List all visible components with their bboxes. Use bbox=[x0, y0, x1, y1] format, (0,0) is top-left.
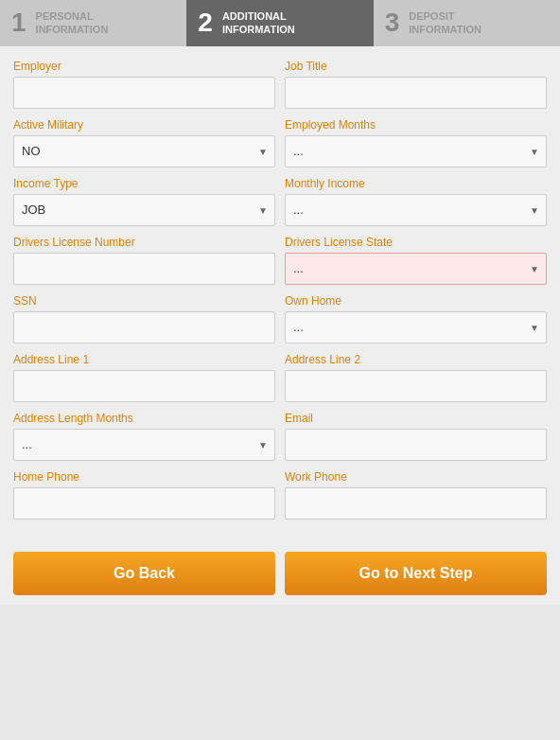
address-line1-input[interactable] bbox=[13, 370, 275, 402]
work-phone-label: Work Phone bbox=[285, 470, 547, 484]
step-2-number: 2 bbox=[198, 9, 213, 36]
group-address-line2: Address Line 2 bbox=[285, 353, 547, 402]
steps-header: 1 PERSONALINFORMATION 2 ADDITIONALINFORM… bbox=[0, 0, 560, 46]
home-phone-label: Home Phone bbox=[13, 470, 275, 484]
license-state-select-wrapper: ... bbox=[285, 253, 547, 285]
row-military-employed: Active Military NO YES Employed Months .… bbox=[13, 118, 547, 167]
group-ssn: SSN bbox=[13, 294, 275, 344]
monthly-income-select-wrapper: ... bbox=[285, 194, 547, 226]
ssn-label: SSN bbox=[13, 294, 275, 308]
work-phone-input[interactable] bbox=[285, 487, 547, 520]
active-military-select-wrapper: NO YES bbox=[13, 135, 275, 167]
row-income-type-monthly: Income Type JOB Monthly Income ... bbox=[13, 177, 547, 226]
address-length-label: Address Length Months bbox=[13, 412, 275, 425]
form-area: Employer Job Title Active Military NO YE… bbox=[0, 46, 560, 542]
employed-months-select[interactable]: ... bbox=[285, 135, 547, 167]
row-license: Drivers License Number Drivers License S… bbox=[13, 236, 547, 285]
group-monthly-income: Monthly Income ... bbox=[285, 177, 547, 226]
address-length-select[interactable]: ... bbox=[13, 429, 275, 461]
ssn-input[interactable] bbox=[13, 311, 275, 344]
group-employed-months: Employed Months ... bbox=[285, 118, 547, 167]
row-phones: Home Phone Work Phone bbox=[13, 470, 547, 520]
step-1-number: 1 bbox=[11, 9, 26, 36]
license-state-select[interactable]: ... bbox=[285, 253, 547, 285]
job-title-label: Job Title bbox=[285, 60, 547, 73]
row-address: Address Line 1 Address Line 2 bbox=[13, 353, 547, 402]
license-number-label: Drivers License Number bbox=[13, 236, 275, 249]
employer-input[interactable] bbox=[13, 77, 275, 109]
step-3-deposit[interactable]: 3 DEPOSITINFORMATION bbox=[374, 0, 560, 46]
group-email: Email bbox=[285, 412, 547, 461]
home-phone-input[interactable] bbox=[13, 487, 275, 520]
row-employer-jobtitle: Employer Job Title bbox=[13, 60, 547, 109]
go-back-button[interactable]: Go Back bbox=[13, 552, 275, 595]
group-address-length: Address Length Months ... bbox=[13, 412, 275, 461]
license-state-label: Drivers License State bbox=[285, 236, 547, 249]
group-employer: Employer bbox=[13, 60, 275, 109]
employer-label: Employer bbox=[13, 60, 275, 73]
step-1-label: PERSONALINFORMATION bbox=[36, 9, 109, 37]
step-2-additional[interactable]: 2 ADDITIONALINFORMATION bbox=[186, 0, 373, 46]
row-ssn-ownhome: SSN Own Home ... bbox=[13, 294, 547, 344]
income-type-select[interactable]: JOB bbox=[13, 194, 275, 226]
address-line2-label: Address Line 2 bbox=[285, 353, 547, 366]
group-home-phone: Home Phone bbox=[13, 470, 275, 520]
active-military-label: Active Military bbox=[13, 118, 275, 132]
address-length-select-wrapper: ... bbox=[13, 429, 275, 461]
license-number-input[interactable] bbox=[13, 253, 275, 285]
email-input[interactable] bbox=[285, 429, 547, 461]
job-title-input[interactable] bbox=[285, 77, 547, 109]
group-active-military: Active Military NO YES bbox=[13, 118, 275, 167]
group-license-state: Drivers License State ... bbox=[285, 236, 547, 285]
step-2-label: ADDITIONALINFORMATION bbox=[222, 9, 295, 37]
group-own-home: Own Home ... bbox=[285, 294, 547, 344]
employed-months-select-wrapper: ... bbox=[285, 135, 547, 167]
group-job-title: Job Title bbox=[285, 60, 547, 109]
address-line2-input[interactable] bbox=[285, 370, 547, 402]
group-work-phone: Work Phone bbox=[285, 470, 547, 520]
go-next-button[interactable]: Go to Next Step bbox=[285, 552, 547, 595]
button-row: Go Back Go to Next Step bbox=[0, 542, 560, 605]
group-license-number: Drivers License Number bbox=[13, 236, 275, 285]
address-line1-label: Address Line 1 bbox=[13, 353, 275, 366]
row-address-length-email: Address Length Months ... Email bbox=[13, 412, 547, 461]
income-type-select-wrapper: JOB bbox=[13, 194, 275, 226]
income-type-label: Income Type bbox=[13, 177, 275, 190]
group-address-line1: Address Line 1 bbox=[13, 353, 275, 402]
own-home-select-wrapper: ... bbox=[285, 311, 547, 344]
monthly-income-select[interactable]: ... bbox=[285, 194, 547, 226]
monthly-income-label: Monthly Income bbox=[285, 177, 547, 190]
email-label: Email bbox=[285, 412, 547, 425]
step-3-label: DEPOSITINFORMATION bbox=[409, 9, 481, 37]
own-home-select[interactable]: ... bbox=[285, 311, 547, 344]
active-military-select[interactable]: NO YES bbox=[13, 135, 275, 167]
step-1-personal[interactable]: 1 PERSONALINFORMATION bbox=[0, 0, 186, 46]
group-income-type: Income Type JOB bbox=[13, 177, 275, 226]
step-3-number: 3 bbox=[385, 9, 400, 36]
own-home-label: Own Home bbox=[285, 294, 547, 308]
employed-months-label: Employed Months bbox=[285, 118, 547, 132]
